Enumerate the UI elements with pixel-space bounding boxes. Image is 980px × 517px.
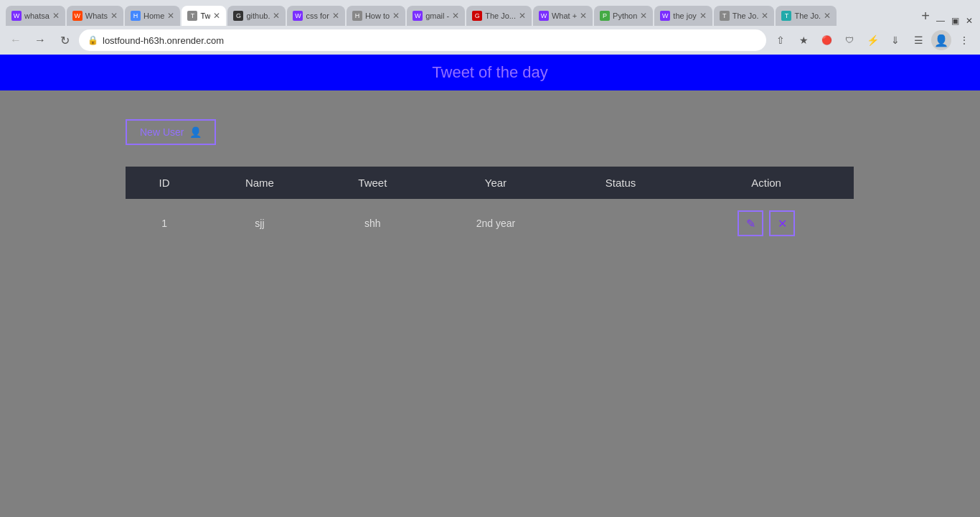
- browser-chrome: W whatsa ✕ W Whats ✕ H Home ✕ T Tw ✕ G g…: [0, 0, 980, 55]
- col-action: Action: [679, 167, 854, 199]
- tab-close-icon[interactable]: ✕: [52, 11, 60, 21]
- tab-favicon: P: [600, 11, 610, 21]
- close-button[interactable]: ✕: [964, 16, 974, 26]
- back-button[interactable]: ←: [6, 30, 26, 50]
- cell-status: [562, 199, 679, 248]
- tab-favicon: G: [233, 11, 243, 21]
- tab-close-icon[interactable]: ✕: [110, 11, 118, 21]
- tab-close-icon[interactable]: ✕: [332, 11, 339, 21]
- minimize-button[interactable]: ―: [936, 16, 946, 26]
- tab-favicon: W: [293, 11, 303, 21]
- address-bar[interactable]: 🔒 lostfound-h63h.onrender.com: [79, 29, 766, 51]
- tab-close-icon[interactable]: ✕: [452, 11, 459, 21]
- user-icon: 👤: [189, 126, 202, 138]
- tab-label: How to: [365, 11, 390, 20]
- browser-tab-tab-github[interactable]: G github. ✕: [227, 6, 286, 26]
- address-bar-row: ← → ↻ 🔒 lostfound-h63h.onrender.com ⇧ ★ …: [0, 26, 980, 55]
- tab-close-icon[interactable]: ✕: [640, 11, 647, 21]
- browser-tab-tab-thejo[interactable]: T The Jo. ✕: [714, 6, 775, 26]
- reload-button[interactable]: ↻: [55, 30, 75, 50]
- url-text: lostfound-h63h.onrender.com: [103, 35, 758, 46]
- tab-label: Python: [613, 11, 637, 20]
- tab-close-icon[interactable]: ✕: [761, 11, 768, 21]
- page-content: New User 👤 ID Name Tweet Year Status Act…: [0, 90, 980, 485]
- browser-tab-tab-what[interactable]: W What + ✕: [533, 6, 593, 26]
- tab-label: css for: [306, 11, 329, 20]
- tab-label: github.: [246, 11, 270, 20]
- tab-favicon: H: [131, 11, 141, 21]
- new-user-button[interactable]: New User 👤: [126, 119, 216, 145]
- tab-label: The Jo.: [732, 11, 759, 20]
- toolbar-icons: ⇧ ★ 🔴 🛡 ⚡ ⇓ ☰ 👤 ⋮: [771, 30, 974, 50]
- tab-bar: W whatsa ✕ W Whats ✕ H Home ✕ T Tw ✕ G g…: [0, 0, 980, 26]
- tab-favicon: W: [413, 11, 423, 21]
- tab-favicon: H: [352, 11, 362, 21]
- edit-button[interactable]: ✎: [738, 210, 763, 236]
- cell-year: 2nd year: [429, 199, 562, 248]
- col-name: Name: [203, 167, 316, 199]
- tab-label: The Jo.: [794, 11, 821, 20]
- profile-icon[interactable]: 👤: [931, 30, 951, 50]
- lock-icon: 🔒: [88, 35, 98, 45]
- page-header: Tweet of the day: [0, 55, 980, 90]
- browser-tab-tab-whatsa[interactable]: W whatsa ✕: [6, 6, 65, 26]
- tab-label: The Jo...: [485, 11, 516, 20]
- col-year: Year: [429, 167, 562, 199]
- tab-close-icon[interactable]: ✕: [392, 11, 400, 21]
- cell-action: ✎ ✕: [679, 199, 854, 248]
- browser-tab-tab-howto[interactable]: H How to ✕: [347, 6, 405, 26]
- browser-tab-tab-thejoy2[interactable]: W the joy ✕: [654, 6, 712, 26]
- tab-close-icon[interactable]: ✕: [519, 11, 526, 21]
- bookmark-icon[interactable]: ★: [793, 30, 814, 50]
- browser-tab-tab-home[interactable]: H Home ✕: [125, 6, 180, 26]
- browser-tab-tab-thejoy[interactable]: G The Jo... ✕: [466, 6, 532, 26]
- tab-favicon: W: [539, 11, 549, 21]
- browser-tab-tab-whats[interactable]: W Whats ✕: [67, 6, 123, 26]
- tab-label: gmail -: [425, 11, 449, 20]
- tab-label: Whats: [85, 11, 108, 20]
- tab-label: What +: [552, 11, 577, 20]
- tab-close-icon[interactable]: ✕: [167, 11, 174, 21]
- table-header-row: ID Name Tweet Year Status Action: [126, 167, 854, 199]
- tab-close-icon[interactable]: ✕: [213, 11, 220, 21]
- tab-favicon: W: [660, 11, 670, 21]
- window-controls: ― ▣ ✕: [936, 16, 974, 26]
- browser-tab-tab-cssfor[interactable]: W css for ✕: [287, 6, 344, 26]
- download-icon[interactable]: ⇓: [885, 30, 905, 50]
- forward-button[interactable]: →: [30, 30, 50, 50]
- browser-tab-tab-gmail[interactable]: W gmail - ✕: [407, 6, 465, 26]
- delete-button[interactable]: ✕: [769, 210, 795, 236]
- new-user-label: New User: [140, 126, 184, 138]
- maximize-button[interactable]: ▣: [950, 16, 960, 26]
- tab-favicon: W: [11, 11, 22, 21]
- table-row: 1 sjj shh 2nd year ✎ ✕: [126, 199, 854, 248]
- browser-tab-tab-python[interactable]: P Python ✕: [594, 6, 653, 26]
- tab-favicon: W: [72, 11, 83, 21]
- menu-icon[interactable]: ⋮: [954, 30, 974, 50]
- tab-favicon: T: [720, 11, 730, 21]
- tab-label: the joy: [673, 11, 696, 20]
- col-tweet: Tweet: [316, 167, 429, 199]
- cell-name: sjj: [203, 199, 316, 248]
- page-title: Tweet of the day: [432, 63, 547, 82]
- tab-favicon: G: [472, 11, 482, 21]
- extensions-icon[interactable]: ⚡: [862, 30, 882, 50]
- browser-tab-tab-thejo2[interactable]: T The Jo. ✕: [776, 6, 837, 26]
- tab-close-icon[interactable]: ✕: [699, 11, 707, 21]
- col-status: Status: [562, 167, 679, 199]
- browser-tab-tab-tw[interactable]: T Tw ✕: [182, 6, 226, 26]
- col-id: ID: [126, 167, 203, 199]
- tab-close-icon[interactable]: ✕: [824, 11, 831, 21]
- tab-close-icon[interactable]: ✕: [273, 11, 280, 21]
- sidebar-icon[interactable]: ☰: [908, 30, 928, 50]
- tab-label: Home: [143, 11, 164, 20]
- extension-icon1[interactable]: 🔴: [816, 30, 837, 50]
- tab-label: whatsa: [24, 11, 50, 20]
- tab-favicon: T: [187, 11, 197, 21]
- tab-label: Tw: [200, 11, 210, 20]
- cell-tweet: shh: [316, 199, 429, 248]
- share-icon[interactable]: ⇧: [771, 30, 791, 50]
- extension-icon2[interactable]: 🛡: [839, 30, 859, 50]
- tab-close-icon[interactable]: ✕: [580, 11, 587, 21]
- new-tab-button[interactable]: +: [915, 6, 936, 26]
